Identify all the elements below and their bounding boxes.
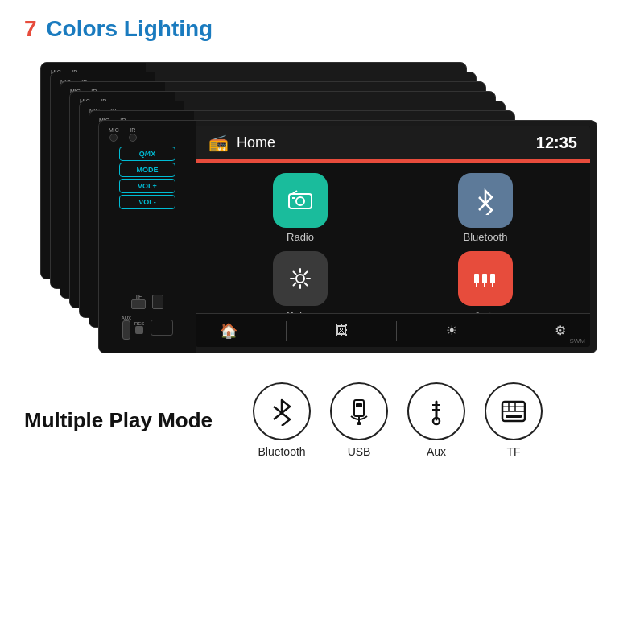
svg-point-6 bbox=[296, 275, 304, 283]
screen-footer: 🏠 🖼 ☀ ⚙ bbox=[196, 313, 590, 347]
aux-mode-label: Aux bbox=[427, 445, 446, 458]
screen-home-label: Home bbox=[237, 134, 536, 151]
page: 7 Colors Lighting MIC IR Q/4X MOD bbox=[0, 0, 644, 644]
volup-btn-front[interactable]: VOL+ bbox=[119, 179, 175, 193]
avin-app-icon bbox=[458, 251, 513, 306]
radio-label: Radio bbox=[287, 231, 314, 243]
bluetooth-mode-label: Bluetooth bbox=[258, 445, 305, 458]
svg-line-14 bbox=[274, 413, 282, 419]
svg-line-13 bbox=[274, 407, 282, 413]
svg-point-18 bbox=[357, 422, 361, 425]
svg-point-20 bbox=[433, 418, 440, 424]
bluetooth-app-icon bbox=[458, 173, 513, 228]
svg-rect-24 bbox=[506, 415, 522, 418]
home-icon: 📻 bbox=[208, 133, 229, 152]
settings-nav-icon[interactable]: ⚙ bbox=[555, 323, 566, 338]
usb-mode-label: USB bbox=[348, 445, 371, 458]
number-prefix: 7 bbox=[24, 16, 37, 41]
app-avin[interactable]: Av in bbox=[397, 251, 574, 321]
mode-aux: Aux bbox=[407, 382, 465, 458]
tf-mode-label: TF bbox=[506, 445, 520, 458]
aux-mode-circle bbox=[407, 382, 465, 440]
play-modes: Bluetooth USB bbox=[253, 382, 543, 458]
mode-usb: USB bbox=[330, 382, 388, 458]
app-setup[interactable]: Setup bbox=[212, 251, 389, 321]
screen-header: 📻 Home 12:35 bbox=[196, 126, 590, 161]
radio-app-icon bbox=[273, 173, 328, 228]
colors-lighting-text: Colors Lighting bbox=[46, 16, 213, 41]
multiple-play-heading: Multiple Play Mode bbox=[24, 408, 213, 433]
radio-unit-front: MIC IR Q/4X MODE VOL+ VOL- TF bbox=[98, 120, 597, 353]
bottom-section: Multiple Play Mode Bluetooth bbox=[0, 374, 644, 466]
car-screen: 📻 Home 12:35 Radio bbox=[196, 126, 590, 347]
home-nav-icon[interactable]: 🏠 bbox=[220, 322, 237, 340]
svg-rect-8 bbox=[482, 274, 487, 283]
svg-rect-16 bbox=[356, 403, 362, 407]
bluetooth-label: Bluetooth bbox=[464, 231, 508, 243]
top-section: 7 Colors Lighting bbox=[0, 0, 644, 62]
app-grid: Radio Bluetooth Setup bbox=[196, 163, 590, 331]
bluetooth-mode-circle bbox=[253, 382, 311, 440]
tf-mode-circle bbox=[485, 382, 543, 440]
mode-bluetooth: Bluetooth bbox=[253, 382, 311, 458]
colors-lighting-heading: 7 Colors Lighting bbox=[24, 16, 620, 42]
brightness-nav-icon[interactable]: ☀ bbox=[446, 323, 457, 338]
svg-line-5 bbox=[479, 204, 485, 210]
svg-rect-7 bbox=[474, 274, 479, 283]
svg-point-1 bbox=[296, 197, 304, 205]
mode-tf: TF bbox=[485, 382, 543, 458]
screen-time: 12:35 bbox=[536, 134, 577, 152]
gallery-nav-icon[interactable]: 🖼 bbox=[335, 324, 348, 338]
app-bluetooth[interactable]: Bluetooth bbox=[397, 173, 574, 243]
svg-rect-9 bbox=[490, 274, 495, 283]
app-radio[interactable]: Radio bbox=[212, 173, 389, 243]
radio-stack: MIC IR Q/4X MODE VOL+ VOL- bbox=[40, 62, 604, 360]
mode-btn-front[interactable]: MODE bbox=[119, 163, 175, 177]
setup-app-icon bbox=[273, 251, 328, 306]
qatx-btn-front[interactable]: Q/4X bbox=[119, 147, 175, 161]
usb-mode-circle bbox=[330, 382, 388, 440]
swm-label: SWM bbox=[569, 337, 585, 345]
svg-rect-0 bbox=[289, 194, 312, 208]
svg-rect-15 bbox=[354, 400, 364, 416]
voldown-btn-front[interactable]: VOL- bbox=[119, 195, 175, 209]
